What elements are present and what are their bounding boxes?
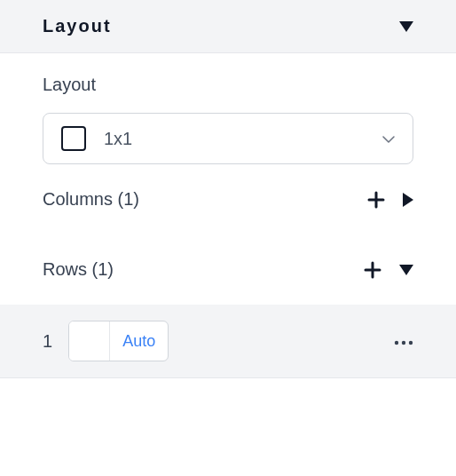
chevron-down-icon [382, 131, 395, 147]
layout-section: Layout 1x1 [0, 53, 456, 164]
svg-point-2 [409, 341, 413, 345]
layout-select-value: 1x1 [104, 129, 382, 149]
expand-columns-icon[interactable] [403, 193, 413, 207]
rows-row: Rows (1) [0, 234, 456, 305]
row-more-button[interactable] [394, 333, 413, 349]
collapse-icon [399, 21, 413, 32]
columns-label: Columns (1) [43, 189, 139, 210]
row-size-field[interactable]: Auto [68, 321, 169, 361]
layout-select[interactable]: 1x1 [43, 113, 413, 164]
row-item-left: 1 Auto [43, 321, 169, 361]
panel-header[interactable]: Layout [0, 0, 456, 53]
columns-actions [367, 191, 413, 209]
row-item: 1 Auto [0, 305, 456, 378]
collapse-rows-icon[interactable] [399, 265, 413, 275]
grid-1x1-icon [61, 126, 86, 151]
svg-point-1 [402, 341, 405, 345]
columns-row: Columns (1) [0, 164, 456, 234]
row-index: 1 [43, 331, 52, 352]
add-column-button[interactable] [367, 191, 385, 209]
row-size-input[interactable] [69, 321, 110, 361]
layout-label: Layout [43, 75, 413, 95]
rows-label: Rows (1) [43, 259, 114, 280]
row-size-mode[interactable]: Auto [110, 332, 168, 351]
panel-title: Layout [43, 16, 112, 36]
add-row-button[interactable] [364, 261, 381, 279]
rows-actions [364, 261, 413, 279]
svg-point-0 [395, 341, 398, 345]
